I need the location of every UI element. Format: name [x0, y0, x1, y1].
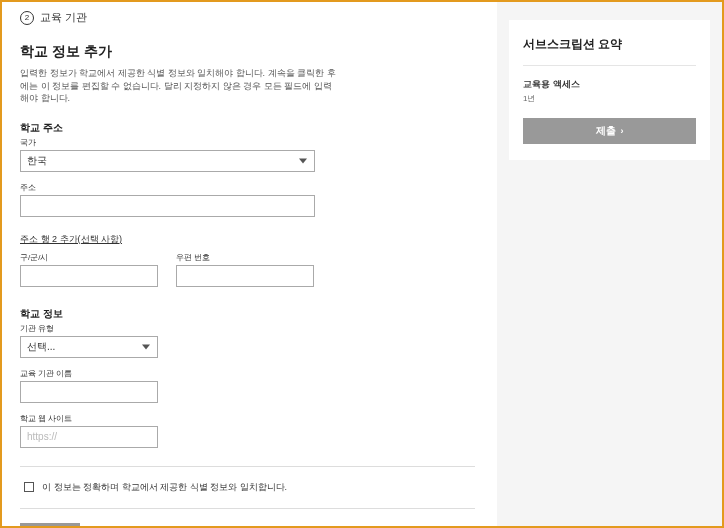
- summary-sidebar: 서브스크립션 요약 교육용 액세스 1년 제출 ›: [497, 2, 722, 526]
- country-label: 국가: [20, 137, 475, 148]
- postal-label: 우편 번호: [176, 252, 314, 263]
- form-title: 학교 정보 추가: [20, 43, 475, 61]
- type-label: 기관 유형: [20, 323, 475, 334]
- school-info-heading: 학교 정보: [20, 307, 475, 321]
- address-heading: 학교 주소: [20, 121, 475, 135]
- add-address-line2-link[interactable]: 주소 행 2 추가(선택 사항): [20, 233, 122, 246]
- summary-access-label: 교육용 액세스: [523, 78, 696, 91]
- website-input[interactable]: [20, 426, 158, 448]
- continue-button[interactable]: 계속: [20, 523, 80, 526]
- main-form-area: 2 교육 기관 학교 정보 추가 입력한 정보가 학교에서 제공한 식별 정보와…: [2, 2, 497, 526]
- step-header: 2 교육 기관: [20, 10, 475, 25]
- postal-input[interactable]: [176, 265, 314, 287]
- city-input[interactable]: [20, 265, 158, 287]
- submit-button[interactable]: 제출 ›: [523, 118, 696, 144]
- confirm-row: 이 정보는 정확하며 학교에서 제공한 식별 정보와 일치합니다.: [20, 466, 475, 509]
- summary-title: 서브스크립션 요약: [523, 36, 696, 66]
- address-label: 주소: [20, 182, 475, 193]
- city-label: 구/군/시: [20, 252, 158, 263]
- step-title: 교육 기관: [40, 10, 87, 25]
- institution-type-select[interactable]: 선택...: [20, 336, 158, 358]
- submit-label: 제출: [596, 125, 616, 136]
- confirm-text: 이 정보는 정확하며 학교에서 제공한 식별 정보와 일치합니다.: [42, 481, 287, 494]
- summary-duration: 1년: [523, 93, 696, 104]
- summary-card: 서브스크립션 요약 교육용 액세스 1년 제출 ›: [509, 20, 710, 160]
- website-label: 학교 웹 사이트: [20, 413, 475, 424]
- step-number-circle: 2: [20, 11, 34, 25]
- country-select[interactable]: 한국: [20, 150, 315, 172]
- institution-name-label: 교육 기관 이름: [20, 368, 475, 379]
- institution-name-input[interactable]: [20, 381, 158, 403]
- chevron-right-icon: ›: [620, 126, 623, 136]
- confirm-checkbox[interactable]: [24, 482, 34, 492]
- address-input[interactable]: [20, 195, 315, 217]
- form-description: 입력한 정보가 학교에서 제공한 식별 정보와 일치해야 합니다. 계속을 클릭…: [20, 67, 340, 105]
